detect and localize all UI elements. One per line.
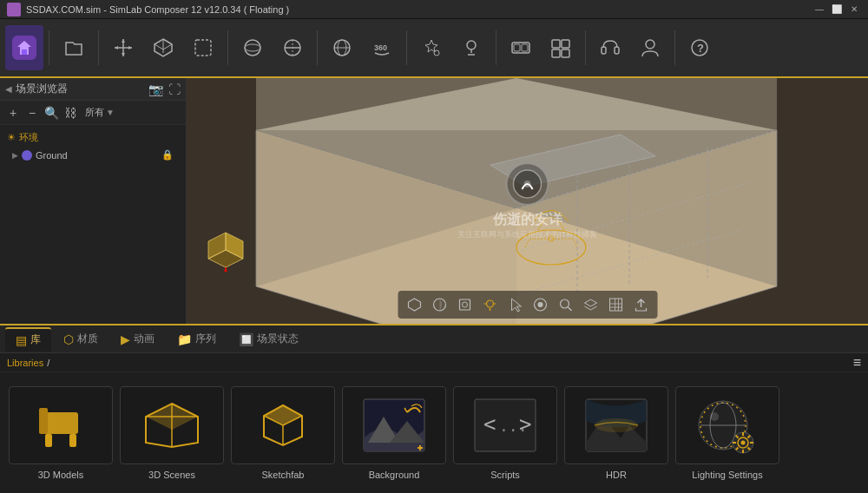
toolbar-select-button[interactable] — [184, 25, 222, 70]
tab-animation[interactable]: ▶ 动画 — [110, 327, 165, 352]
toolbar-separator-1 — [49, 30, 49, 65]
tab-library[interactable]: ▤ 库 — [5, 327, 51, 352]
toolbar-sphere-button[interactable] — [233, 25, 272, 70]
toolbar-transform-button[interactable] — [104, 25, 142, 70]
library-tab-icon: ▤ — [16, 333, 27, 347]
svg-point-72 — [560, 299, 569, 308]
toolbar-home-button[interactable] — [5, 25, 43, 70]
library-menu-icon[interactable]: ≡ — [853, 355, 861, 371]
toolbar-effects-button[interactable] — [412, 25, 450, 70]
toolbar-globe-button[interactable] — [323, 25, 361, 70]
library-item-lighting-settings[interactable]: Lighting Settings — [675, 386, 779, 480]
main-content: ◀ 场景浏览器 📷 ⛶ + − 🔍 ⛓ 所有 ▼ ☀ 环境 ▶ — [0, 78, 868, 324]
svg-rect-26 — [562, 49, 569, 57]
toolbar-user-button[interactable] — [631, 25, 669, 70]
link-button[interactable]: ⛓ — [62, 106, 78, 120]
toolbar-headset-button[interactable] — [591, 25, 629, 70]
library-item-sketchfab[interactable]: Sketchfab — [231, 386, 335, 480]
library-label-background: Background — [369, 470, 420, 480]
tree-section-environment: ☀ 环境 — [5, 128, 181, 147]
toolbar-open-button[interactable] — [55, 25, 93, 70]
search-button[interactable]: 🔍 — [43, 106, 59, 120]
toolbar-help-button[interactable]: ? — [681, 25, 719, 70]
title-bar-left: SSDAX.COM.sim - SimLab Composer 12 v12.0… — [7, 3, 289, 16]
toolbar-cut-button[interactable] — [273, 25, 312, 70]
object-mode-btn[interactable] — [453, 293, 476, 316]
svg-rect-82 — [69, 434, 76, 447]
filter-label: 所有 — [85, 106, 104, 119]
minimize-button[interactable]: — — [812, 3, 826, 16]
lock-icon[interactable]: 🔒 — [161, 149, 174, 161]
svg-rect-83 — [39, 408, 48, 434]
library-label-3d-models: 3D Models — [38, 470, 84, 480]
svg-rect-8 — [195, 40, 211, 56]
library-thumb-lighting-settings — [675, 386, 779, 464]
svg-rect-81 — [45, 434, 52, 447]
tab-animation-label: 动画 — [134, 332, 155, 346]
library-thumb-background — [342, 386, 446, 464]
remove-button[interactable]: − — [24, 106, 40, 120]
library-item-hdr[interactable]: HDR — [564, 386, 668, 480]
title-text: SSDAX.COM.sim - SimLab Composer 12 v12.0… — [26, 4, 289, 15]
filter-dropdown[interactable]: 所有 ▼ — [85, 106, 115, 119]
svg-point-19 — [467, 41, 476, 49]
navigation-cube[interactable] — [204, 228, 247, 272]
tree-section-label: 环境 — [19, 131, 38, 144]
library-item-3d-scenes[interactable]: 3D Scenes — [120, 386, 224, 480]
breadcrumb-separator: / — [47, 358, 49, 368]
lens-btn[interactable] — [554, 293, 576, 316]
library-label-lighting-settings: Lighting Settings — [692, 470, 762, 480]
tab-sequence[interactable]: 📁 序列 — [167, 327, 227, 352]
screenshot-icon[interactable]: 📷 — [148, 82, 163, 96]
library-label-3d-scenes: 3D Scenes — [148, 470, 195, 480]
svg-marker-74 — [584, 299, 596, 306]
sidebar-collapse-arrow[interactable]: ◀ — [5, 84, 12, 94]
svg-text:>: > — [519, 412, 531, 437]
tab-scene-state[interactable]: 🔲 场景状态 — [228, 327, 309, 352]
library-item-3d-models[interactable]: 3D Models — [9, 386, 113, 480]
sidebar-title: 场景浏览器 — [16, 82, 68, 96]
library-item-background[interactable]: Background — [342, 386, 446, 480]
add-button[interactable]: + — [5, 106, 21, 120]
toolbar-vr1-button[interactable] — [502, 25, 540, 70]
svg-point-29 — [646, 40, 654, 49]
material-tab-icon: ⬡ — [63, 332, 74, 346]
library-grid: 3D Models 3D Scenes — [0, 372, 868, 493]
render-btn[interactable] — [529, 293, 551, 316]
breadcrumb-libraries[interactable]: Libraries — [7, 358, 43, 368]
view-cube-btn[interactable] — [403, 293, 425, 316]
toolbar-separator-2 — [98, 30, 99, 65]
toolbar-360-button[interactable]: 360 — [363, 25, 401, 70]
title-bar: SSDAX.COM.sim - SimLab Composer 12 v12.0… — [0, 0, 868, 19]
layers-btn[interactable] — [579, 293, 602, 316]
display-mode-btn[interactable] — [428, 293, 450, 316]
toolbar-light-button[interactable] — [452, 25, 490, 70]
toolbar-model-button[interactable] — [144, 25, 182, 70]
library-label-sketchfab: Sketchfab — [262, 470, 305, 480]
tree-item-label: Ground — [36, 150, 68, 161]
close-button[interactable]: ✕ — [847, 3, 861, 16]
tree-item-ground[interactable]: ▶ Ground 🔒 — [5, 147, 181, 163]
toolbar-vr2-button[interactable] — [542, 25, 580, 70]
cursor-mode-btn[interactable] — [503, 293, 526, 316]
library-label-scripts: Scripts — [490, 470, 520, 480]
library-item-scripts[interactable]: < ... > Scripts — [453, 386, 557, 480]
library-thumb-3d-scenes — [120, 386, 224, 464]
light-mode-btn[interactable] — [478, 293, 501, 316]
tab-library-label: 库 — [30, 332, 41, 347]
grid-btn[interactable] — [604, 293, 627, 316]
toolbar-separator-8 — [674, 30, 675, 65]
room-viewport-svg — [187, 78, 868, 324]
svg-text:<: < — [483, 412, 496, 437]
expand-icon[interactable]: ⛶ — [168, 82, 181, 96]
svg-rect-21 — [514, 44, 520, 51]
maximize-button[interactable]: ⬜ — [830, 3, 844, 16]
win-controls[interactable]: — ⬜ ✕ — [812, 3, 861, 16]
svg-rect-64 — [459, 299, 470, 310]
library-label-hdr: HDR — [606, 470, 627, 480]
svg-rect-25 — [552, 49, 560, 57]
sidebar-toolbar: + − 🔍 ⛓ 所有 ▼ — [0, 101, 186, 125]
export-btn[interactable] — [629, 293, 652, 316]
tab-material[interactable]: ⬡ 材质 — [53, 327, 108, 352]
svg-marker-87 — [146, 404, 198, 430]
